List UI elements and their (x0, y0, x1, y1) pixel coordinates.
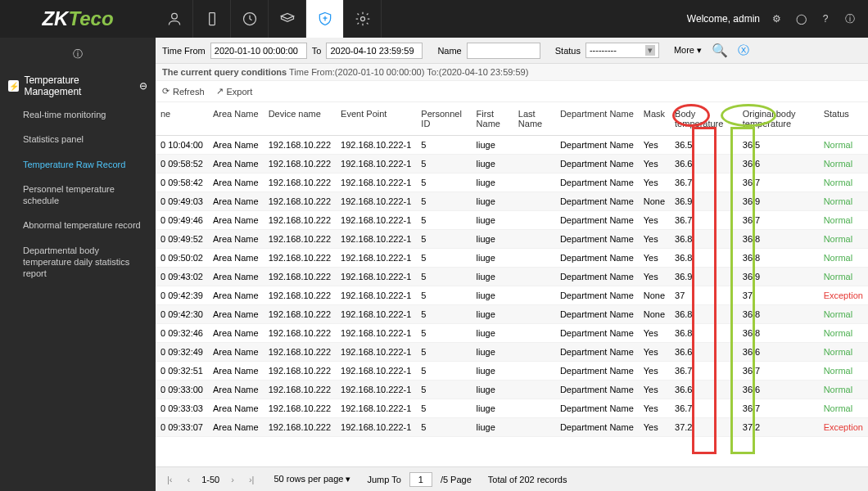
gear-icon[interactable]: ⚙ (768, 11, 784, 27)
table-row[interactable]: 0 09:49:46Area Name192.168.10.222192.168… (156, 211, 868, 230)
top-nav (156, 0, 382, 38)
export-button[interactable]: ↗Export (216, 86, 253, 97)
col-header-6[interactable]: Last Name (513, 102, 555, 136)
nav-device-icon[interactable] (193, 0, 231, 38)
info-icon[interactable]: ⓘ (842, 11, 858, 27)
cell: 36.7 (670, 211, 738, 230)
time-from-input[interactable] (210, 43, 307, 59)
cell: 36.8 (738, 230, 819, 249)
cell: Yes (639, 136, 670, 155)
table-row[interactable]: 0 09:33:03Area Name192.168.10.222192.168… (156, 399, 868, 418)
col-header-3[interactable]: Event Point (336, 102, 416, 136)
col-header-9[interactable]: Body temperature (670, 102, 738, 136)
first-page-button[interactable]: |‹ (164, 475, 176, 484)
status-select[interactable]: ---------▾ (585, 43, 659, 58)
cell: Yes (639, 418, 670, 437)
filter-bar: Time From To Name Status ---------▾ More… (156, 38, 868, 64)
prev-page-button[interactable]: ‹ (184, 475, 194, 484)
name-input[interactable] (467, 43, 540, 59)
sidebar-collapse-icon[interactable]: ⓘ (0, 44, 156, 70)
table-row[interactable]: 0 09:49:52Area Name192.168.10.222192.168… (156, 230, 868, 249)
col-header-1[interactable]: Area Name (208, 102, 264, 136)
nav-shield-icon[interactable] (306, 0, 344, 38)
cell: Department Name (555, 418, 639, 437)
col-header-0[interactable]: ne (156, 102, 208, 136)
last-page-button[interactable]: ›| (246, 475, 258, 484)
cell: 0 09:32:49 (156, 343, 208, 362)
jump-to-input[interactable] (409, 472, 432, 487)
sidebar-item-4[interactable]: Abnormal temperature record (0, 213, 156, 237)
cell: Normal (819, 249, 868, 268)
cell: 36.9 (670, 268, 738, 286)
sidebar: ⓘ ⚡ Temperature Management ⊖ Real-time m… (0, 38, 156, 491)
col-header-4[interactable]: Personnel ID (416, 102, 471, 136)
cell (513, 268, 555, 286)
cell: Exception (819, 418, 868, 437)
cell: Normal (819, 230, 868, 249)
col-header-5[interactable]: First Name (472, 102, 513, 136)
cell: 192.168.10.222 (264, 249, 336, 268)
table-row[interactable]: 0 09:42:30Area Name192.168.10.222192.168… (156, 305, 868, 324)
cell: 192.168.10.222-1 (336, 381, 416, 399)
table-row[interactable]: 0 09:33:00Area Name192.168.10.222192.168… (156, 381, 868, 399)
sidebar-item-5[interactable]: Departmental body temperature daily stat… (0, 238, 156, 286)
table-row[interactable]: 0 09:32:46Area Name192.168.10.222192.168… (156, 324, 868, 343)
table-container[interactable]: neArea NameDevice nameEvent PointPersonn… (156, 102, 868, 466)
cell: 192.168.10.222 (264, 136, 336, 155)
nav-settings-icon[interactable] (344, 0, 382, 38)
col-header-10[interactable]: Original body temperature (738, 102, 819, 136)
clear-icon[interactable]: ⓧ (738, 43, 749, 58)
cell: liuge (472, 418, 513, 437)
sidebar-section-title[interactable]: ⚡ Temperature Management ⊖ (0, 70, 156, 102)
cell: None (639, 286, 670, 305)
table-row[interactable]: 0 09:58:42Area Name192.168.10.222192.168… (156, 173, 868, 192)
table-row[interactable]: 0 09:49:03Area Name192.168.10.222192.168… (156, 192, 868, 211)
rows-per-page-select[interactable]: 50 rows per page ▾ (274, 474, 350, 484)
sidebar-item-3[interactable]: Personnel temperature schedule (0, 177, 156, 214)
time-to-input[interactable] (326, 43, 423, 59)
table-row[interactable]: 0 09:50:02Area Name192.168.10.222192.168… (156, 249, 868, 268)
sidebar-item-0[interactable]: Real-time monitoring (0, 102, 156, 127)
more-button[interactable]: More ▾ (674, 45, 702, 56)
next-page-button[interactable]: › (228, 475, 237, 484)
cell (513, 343, 555, 362)
collapse-toggle-icon[interactable]: ⊖ (139, 80, 147, 92)
cell: 192.168.10.222-1 (336, 211, 416, 230)
cell: 0 09:58:52 (156, 155, 208, 173)
user-icon[interactable]: ◯ (793, 11, 809, 27)
col-header-8[interactable]: Mask (639, 102, 670, 136)
table-row[interactable]: 0 09:33:07Area Name192.168.10.222192.168… (156, 418, 868, 437)
nav-card-icon[interactable] (269, 0, 306, 38)
table-row[interactable]: 0 09:42:39Area Name192.168.10.222192.168… (156, 286, 868, 305)
cell: liuge (472, 249, 513, 268)
cell: 0 09:49:46 (156, 211, 208, 230)
sidebar-item-2[interactable]: Temperature Raw Record (0, 152, 156, 177)
cell: 36.7 (738, 362, 819, 381)
col-header-7[interactable]: Department Name (555, 102, 639, 136)
cell: Yes (639, 343, 670, 362)
nav-time-icon[interactable] (231, 0, 269, 38)
cell: Normal (819, 268, 868, 286)
table-row[interactable]: 0 09:58:52Area Name192.168.10.222192.168… (156, 155, 868, 173)
table-row[interactable]: 0 10:04:00Area Name192.168.10.222192.168… (156, 136, 868, 155)
nav-personnel-icon[interactable] (156, 0, 193, 38)
cell: 192.168.10.222 (264, 211, 336, 230)
cell: liuge (472, 268, 513, 286)
cell: 5 (416, 418, 471, 437)
cell: Area Name (208, 211, 264, 230)
search-icon[interactable]: 🔍 (712, 43, 728, 58)
refresh-button[interactable]: ⟳Refresh (162, 86, 205, 97)
help-icon[interactable]: ? (817, 11, 834, 27)
table-row[interactable]: 0 09:32:49Area Name192.168.10.222192.168… (156, 343, 868, 362)
cell: 0 09:32:51 (156, 362, 208, 381)
sidebar-item-1[interactable]: Statistics panel (0, 127, 156, 151)
table-row[interactable]: 0 09:32:51Area Name192.168.10.222192.168… (156, 362, 868, 381)
col-header-11[interactable]: Status (819, 102, 868, 136)
table-row[interactable]: 0 09:43:02Area Name192.168.10.222192.168… (156, 268, 868, 286)
cell: Department Name (555, 343, 639, 362)
col-header-2[interactable]: Device name (264, 102, 336, 136)
jump-to-label: Jump To (368, 475, 401, 484)
cell: Area Name (208, 418, 264, 437)
cell: 192.168.10.222-1 (336, 173, 416, 192)
cell: 5 (416, 381, 471, 399)
